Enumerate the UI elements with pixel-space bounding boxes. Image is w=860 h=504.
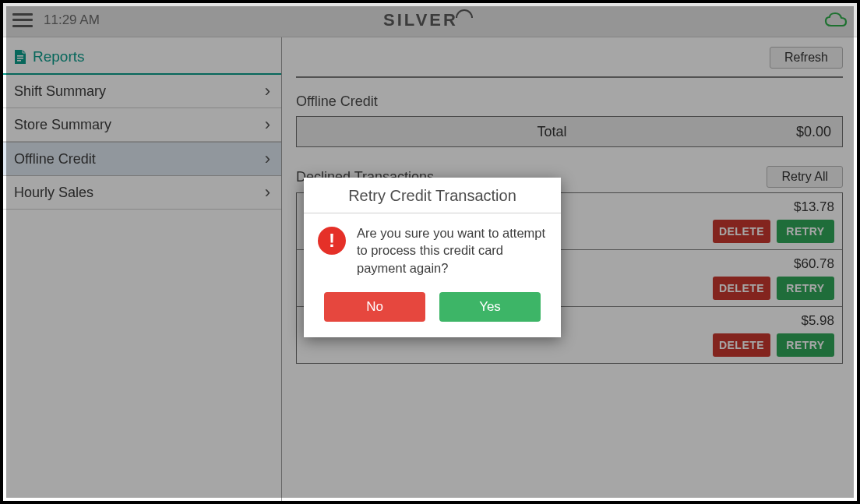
modal-yes-button[interactable]: Yes [439, 292, 541, 322]
modal-no-button[interactable]: No [324, 292, 425, 322]
modal-body: ! Are you sure you want to attempt to pr… [304, 213, 561, 281]
retry-credit-modal: Retry Credit Transaction ! Are you sure … [304, 178, 561, 337]
alert-icon: ! [318, 227, 346, 255]
modal-title: Retry Credit Transaction [304, 178, 561, 213]
modal-actions: No Yes [304, 281, 561, 337]
modal-message: Are you sure you want to attempt to proc… [357, 224, 547, 277]
